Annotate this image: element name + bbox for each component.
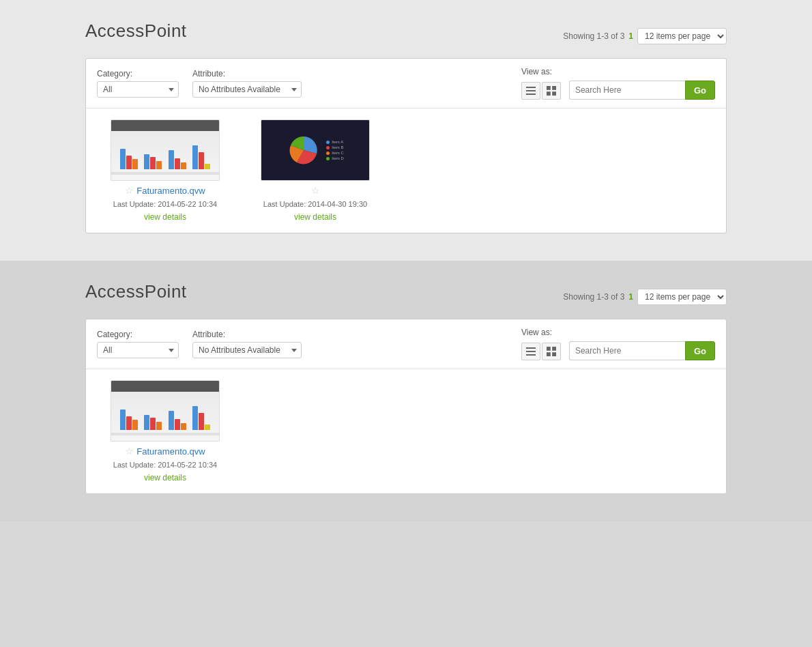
svg-rect-0 (526, 87, 536, 88)
search-input-1[interactable] (569, 81, 685, 100)
grid-view-button-2[interactable] (542, 343, 561, 360)
items-grid-2: ☆ Faturamento.qvw Last Update: 2014-05-2… (86, 369, 726, 493)
pie-legend-1: Item A Item B Item C (326, 140, 344, 160)
attribute-select-2[interactable]: No Attributes Available (192, 342, 302, 358)
thumb-footer-1 (111, 172, 219, 175)
item-title-s2-1[interactable]: Faturamento.qvw (136, 446, 205, 457)
list-view-button-1[interactable] (521, 82, 540, 100)
filter-right-2: View as: (521, 328, 715, 360)
view-as-group-1: View as: (521, 67, 561, 100)
per-page-select-1[interactable]: 12 items per page 24 items per page 48 i… (637, 28, 727, 44)
view-buttons-2 (521, 343, 561, 360)
bar-orange-s2-3 (181, 423, 186, 430)
main-panel-1: Category: All Reports Dashboards Attribu… (85, 58, 727, 233)
view-details-link-s2-1[interactable]: view details (144, 473, 186, 483)
view-details-link-2[interactable]: view details (294, 212, 336, 222)
legend-text-4: Item D (332, 156, 344, 160)
attribute-select-1[interactable]: No Attributes Available (192, 81, 302, 98)
legend-item-1: Item A (326, 140, 344, 144)
bar-group-s2-4 (192, 406, 210, 430)
bar-orange-s2-2 (156, 422, 162, 430)
bar-blue-1 (120, 149, 126, 169)
star-icon-1[interactable]: ☆ (125, 185, 134, 196)
list-icon-2 (526, 347, 536, 356)
filter-bar-1: Category: All Reports Dashboards Attribu… (86, 59, 726, 109)
grid-icon-2 (547, 347, 556, 356)
legend-item-3: Item C (326, 151, 344, 155)
bar-blue-s2-1 (120, 409, 126, 430)
last-update-label-s2-1: Last Update: (113, 461, 156, 469)
showing-text-2: Showing 1-3 of 3 (563, 292, 624, 302)
bar-blue-s2-3 (169, 411, 174, 430)
main-panel-2: Category: All Reports Dashboards Attribu… (85, 319, 727, 494)
legend-text-2: Item B (332, 145, 343, 149)
view-buttons-1 (521, 82, 561, 100)
pagination-info-2: Showing 1-3 of 3 1 12 items per page 24 … (563, 289, 727, 305)
bar-group-1 (120, 149, 138, 169)
last-update-value-1: 2014-05-22 10:34 (158, 200, 217, 208)
bar-red-4 (199, 152, 204, 169)
category-select-2[interactable]: All Reports Dashboards (97, 342, 179, 358)
bar-group-s2-3 (169, 411, 186, 430)
bar-blue-3 (169, 150, 174, 169)
item-title-1[interactable]: Faturamento.qvw (136, 186, 205, 196)
svg-rect-10 (526, 354, 536, 356)
filter-right-1: View as: (521, 67, 715, 100)
last-update-label-1: Last Update: (113, 200, 156, 208)
svg-rect-13 (547, 352, 551, 356)
search-button-2[interactable]: Go (685, 341, 715, 360)
grid-icon-1 (547, 86, 556, 96)
legend-dot-4 (326, 157, 330, 160)
bar-blue-2 (144, 154, 149, 169)
chart-area-s2-1 (111, 392, 219, 433)
category-filter-1: Category: All Reports Dashboards (97, 69, 179, 98)
item-title-row-1: ☆ Faturamento.qvw (97, 185, 233, 196)
attribute-filter-2: Attribute: No Attributes Available (192, 330, 302, 358)
search-input-2[interactable] (569, 341, 685, 360)
list-view-button-2[interactable] (521, 343, 540, 360)
star-icon-s2-1[interactable]: ☆ (125, 446, 134, 457)
bar-orange-2 (156, 161, 162, 169)
star-icon-2[interactable]: ☆ (311, 185, 320, 196)
bar-red-s2-1 (126, 416, 132, 430)
svg-rect-4 (552, 86, 556, 90)
item-title-row-s2-1: ☆ Faturamento.qvw (97, 446, 233, 457)
pie-container-1: Item A Item B Item C (261, 120, 369, 180)
items-grid-1: ☆ Faturamento.qvw Last Update: 2014-05-2… (86, 109, 726, 233)
last-update-value-2: 2014-04-30 19:30 (308, 200, 367, 208)
bar-red-2 (150, 157, 156, 169)
svg-rect-11 (547, 347, 551, 351)
bar-group-s2-1 (120, 409, 138, 430)
item-meta-1: Last Update: 2014-05-22 10:34 (113, 200, 217, 208)
section-1: AccessPoint Showing 1-3 of 3 1 12 items … (0, 0, 812, 261)
item-card-2: Item A Item B Item C (247, 119, 383, 222)
bar-group-3 (169, 150, 186, 169)
bar-red-1 (126, 156, 132, 169)
top-bar-2: AccessPoint Showing 1-3 of 3 1 12 items … (85, 281, 727, 312)
legend-item-2: Item B (326, 145, 344, 149)
last-update-value-s2-1: 2014-05-22 10:34 (158, 461, 217, 469)
bar-blue-s2-2 (144, 415, 149, 430)
bar-group-s2-2 (144, 415, 162, 430)
showing-text-1: Showing 1-3 of 3 (563, 31, 624, 41)
attribute-label-2: Attribute: (192, 330, 302, 339)
svg-rect-1 (526, 90, 536, 91)
app-title-2: AccessPoint (85, 281, 187, 302)
category-select-1[interactable]: All Reports Dashboards (97, 81, 179, 98)
view-details-link-1[interactable]: view details (144, 212, 186, 222)
bar-orange-1 (132, 159, 138, 169)
svg-rect-12 (552, 347, 556, 351)
svg-rect-8 (526, 347, 536, 349)
section-2: AccessPoint Showing 1-3 of 3 1 12 items … (0, 261, 812, 521)
thumb-footer-s2-1 (111, 433, 219, 435)
bar-red-s2-3 (175, 419, 180, 430)
bar-red-3 (175, 158, 180, 169)
per-page-select-2[interactable]: 12 items per page 24 items per page 48 i… (637, 289, 727, 305)
grid-view-button-1[interactable] (542, 82, 561, 100)
item-card-1: ☆ Faturamento.qvw Last Update: 2014-05-2… (97, 119, 233, 222)
pie-chart-svg-1 (287, 133, 321, 167)
search-button-1[interactable]: Go (685, 81, 715, 100)
svg-rect-9 (526, 351, 536, 352)
item-meta-2: Last Update: 2014-04-30 19:30 (263, 200, 367, 208)
item-thumbnail-1 (111, 119, 220, 181)
